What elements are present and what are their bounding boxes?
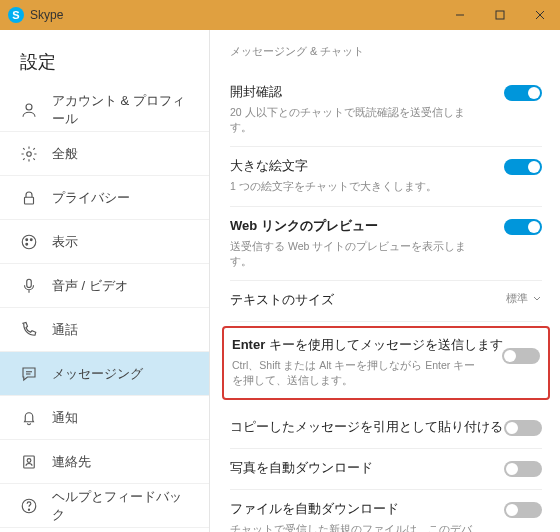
svg-point-5 xyxy=(27,151,32,156)
svg-rect-11 xyxy=(27,279,32,287)
skype-logo-icon: S xyxy=(8,7,24,23)
sidebar-item-label: ヘルプとフィードバック xyxy=(52,488,189,524)
toggle-web-preview[interactable] xyxy=(504,219,542,235)
setting-title: テキストのサイズ xyxy=(230,291,542,309)
svg-point-4 xyxy=(26,104,32,110)
setting-auto-photo: 写真を自動ダウンロード xyxy=(230,449,542,490)
setting-title: Enter キーを使用してメッセージを送信します xyxy=(232,336,540,354)
sidebar-item-label: アカウント & プロフィール xyxy=(52,92,189,128)
setting-desc: 送受信する Web サイトのプレビューを表示します。 xyxy=(230,239,542,268)
highlighted-setting: Enter キーを使用してメッセージを送信します Ctrl、Shift または … xyxy=(222,326,550,399)
sidebar-item-calling[interactable]: 通話 xyxy=(0,308,209,352)
help-icon xyxy=(20,497,38,515)
setting-desc: Ctrl、Shift または Alt キーを押しながら Enter キーを押して… xyxy=(232,358,540,387)
setting-title: 開封確認 xyxy=(230,83,542,101)
microphone-icon xyxy=(20,277,38,295)
sidebar-item-privacy[interactable]: プライバシー xyxy=(0,176,209,220)
svg-point-8 xyxy=(26,238,28,240)
sidebar-item-account[interactable]: アカウント & プロフィール xyxy=(0,88,209,132)
text-size-value: 標準 xyxy=(506,291,528,306)
sidebar-item-label: メッセージング xyxy=(52,365,143,383)
setting-big-emoji: 大きな絵文字 1 つの絵文字をチャットで大きくします。 xyxy=(230,147,542,207)
person-icon xyxy=(20,101,38,119)
svg-point-15 xyxy=(27,458,31,462)
setting-title: ファイルを自動ダウンロード xyxy=(230,500,542,518)
setting-title: コピーしたメッセージを引用として貼り付ける xyxy=(230,418,542,436)
bell-icon xyxy=(20,409,38,427)
svg-point-9 xyxy=(30,238,32,240)
sidebar-item-appearance[interactable]: 表示 xyxy=(0,220,209,264)
maximize-button[interactable] xyxy=(480,0,520,30)
setting-enter-send: Enter キーを使用してメッセージを送信します Ctrl、Shift または … xyxy=(232,336,540,387)
setting-quote-paste: コピーしたメッセージを引用として貼り付ける xyxy=(230,408,542,449)
sidebar-item-label: 表示 xyxy=(52,233,78,251)
svg-rect-6 xyxy=(25,197,34,204)
toggle-read-receipts[interactable] xyxy=(504,85,542,101)
sidebar-item-notifications[interactable]: 通知 xyxy=(0,396,209,440)
window-title: Skype xyxy=(30,8,440,22)
sidebar-item-label: 通知 xyxy=(52,409,78,427)
setting-auto-file: ファイルを自動ダウンロード チャットで受信した新規のファイルは、このデバイスに自… xyxy=(230,490,542,532)
sidebar-item-label: 通話 xyxy=(52,321,78,339)
toggle-enter-send[interactable] xyxy=(502,348,540,364)
setting-web-preview: Web リンクのプレビュー 送受信する Web サイトのプレビューを表示します。 xyxy=(230,207,542,281)
phone-icon xyxy=(20,321,38,339)
setting-desc: チャットで受信した新規のファイルは、このデバイスに自動的にダウンロードします。 xyxy=(230,522,542,532)
setting-text-size[interactable]: テキストのサイズ 標準 xyxy=(230,281,542,322)
titlebar: S Skype xyxy=(0,0,560,30)
sidebar-item-label: 連絡先 xyxy=(52,453,91,471)
toggle-big-emoji[interactable] xyxy=(504,159,542,175)
contacts-icon xyxy=(20,453,38,471)
lock-icon xyxy=(20,189,38,207)
setting-title: 写真を自動ダウンロード xyxy=(230,459,542,477)
sidebar-item-label: 全般 xyxy=(52,145,78,163)
toggle-quote-paste[interactable] xyxy=(504,420,542,436)
setting-desc: 20 人以下とのチャットで既読確認を送受信します。 xyxy=(230,105,542,134)
toggle-auto-photo[interactable] xyxy=(504,461,542,477)
section-heading: メッセージング & チャット xyxy=(230,44,542,59)
sidebar-item-audio-video[interactable]: 音声 / ビデオ xyxy=(0,264,209,308)
svg-point-10 xyxy=(26,243,28,245)
svg-rect-1 xyxy=(496,11,504,19)
setting-desc: 1 つの絵文字をチャットで大きくします。 xyxy=(230,179,542,194)
sidebar-item-messaging[interactable]: メッセージング xyxy=(0,352,209,396)
minimize-button[interactable] xyxy=(440,0,480,30)
setting-read-receipts: 開封確認 20 人以下とのチャットで既読確認を送受信します。 xyxy=(230,73,542,147)
sidebar-item-general[interactable]: 全般 xyxy=(0,132,209,176)
main-content: メッセージング & チャット 開封確認 20 人以下とのチャットで既読確認を送受… xyxy=(210,30,560,532)
sidebar-item-label: 音声 / ビデオ xyxy=(52,277,128,295)
setting-title: 大きな絵文字 xyxy=(230,157,542,175)
svg-point-17 xyxy=(28,509,29,510)
toggle-auto-file[interactable] xyxy=(504,502,542,518)
gear-icon xyxy=(20,145,38,163)
palette-icon xyxy=(20,233,38,251)
sidebar: 設定 アカウント & プロフィール 全般 プライバシー 表示 音声 / ビデオ … xyxy=(0,30,210,532)
sidebar-item-label: プライバシー xyxy=(52,189,130,207)
chevron-down-icon xyxy=(532,294,542,304)
svg-point-7 xyxy=(22,235,36,249)
sidebar-heading: 設定 xyxy=(0,42,209,88)
setting-title: Web リンクのプレビュー xyxy=(230,217,542,235)
sidebar-item-help[interactable]: ヘルプとフィードバック xyxy=(0,484,209,528)
sidebar-item-contacts[interactable]: 連絡先 xyxy=(0,440,209,484)
close-button[interactable] xyxy=(520,0,560,30)
chat-icon xyxy=(20,365,38,383)
